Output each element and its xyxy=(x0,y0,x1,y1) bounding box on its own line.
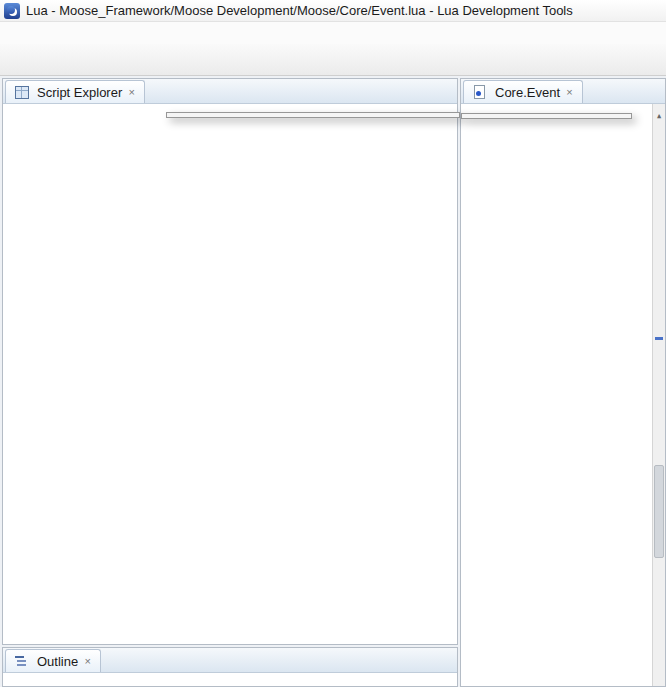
new-submenu xyxy=(461,113,632,119)
scrollbar-thumb[interactable] xyxy=(654,465,664,558)
main-toolbar xyxy=(0,44,666,76)
tab-script-explorer[interactable]: Script Explorer xyxy=(5,80,145,103)
annotation-mark xyxy=(655,337,663,340)
tab-core-event[interactable]: Core.Event xyxy=(463,80,583,103)
close-icon[interactable] xyxy=(564,86,575,98)
outline-body xyxy=(3,673,457,686)
script-explorer-toolbar xyxy=(453,100,457,103)
tab-outline[interactable]: Outline xyxy=(5,649,101,672)
tab-script-explorer-label: Script Explorer xyxy=(37,85,122,100)
tab-core-event-label: Core.Event xyxy=(495,85,560,100)
script-explorer-panel: Script Explorer xyxy=(2,78,458,645)
project-tree xyxy=(3,104,457,644)
outline-panel: Outline xyxy=(2,647,458,687)
window-title: Lua - Moose_Framework/Moose Development/… xyxy=(26,3,573,18)
app-icon xyxy=(4,3,20,19)
tab-outline-label: Outline xyxy=(37,654,78,669)
scroll-up-icon[interactable] xyxy=(653,104,665,117)
editor-tabbar: Core.Event xyxy=(461,79,665,104)
outline-icon xyxy=(13,653,29,669)
code-editor[interactable] xyxy=(461,104,665,686)
editor-toolbar xyxy=(661,100,665,103)
lua-file-icon xyxy=(471,84,487,100)
titlebar[interactable]: Lua - Moose_Framework/Moose Development/… xyxy=(0,0,666,22)
script-explorer-tabbar: Script Explorer xyxy=(3,79,457,104)
context-menu xyxy=(166,112,460,118)
outline-tabbar: Outline xyxy=(3,648,457,673)
close-icon[interactable] xyxy=(126,86,137,98)
menubar xyxy=(0,22,666,44)
script-explorer-icon xyxy=(13,84,29,100)
editor-scrollbar[interactable] xyxy=(652,104,665,686)
close-icon[interactable] xyxy=(82,655,93,667)
editor-panel: Core.Event xyxy=(460,78,666,687)
